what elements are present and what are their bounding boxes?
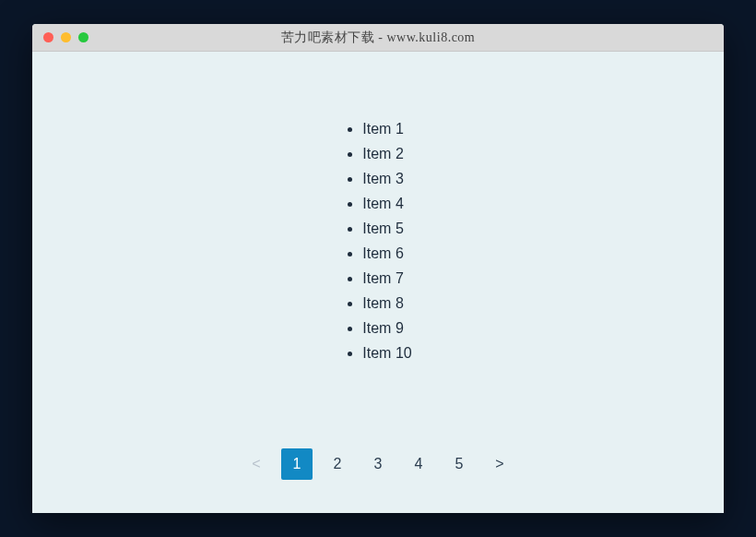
maximize-icon[interactable] [78, 32, 89, 42]
window-title: 苦力吧素材下载 - www.kuli8.com [32, 30, 724, 46]
content-area: Item 1 Item 2 Item 3 Item 4 Item 5 Item … [32, 52, 724, 513]
list-item: Item 9 [362, 316, 411, 340]
app-window: 苦力吧素材下载 - www.kuli8.com Item 1 Item 2 It… [32, 24, 724, 513]
list-item: Item 7 [362, 266, 411, 291]
page-button-5[interactable]: 5 [443, 448, 475, 480]
list-wrap: Item 1 Item 2 Item 3 Item 4 Item 5 Item … [69, 116, 687, 365]
list-item: Item 10 [362, 340, 411, 365]
list-item: Item 8 [362, 291, 411, 316]
page-button-4[interactable]: 4 [403, 448, 434, 480]
next-page-button[interactable]: > [484, 448, 515, 480]
list-item: Item 4 [362, 191, 411, 216]
list-item: Item 3 [362, 166, 411, 191]
item-list: Item 1 Item 2 Item 3 Item 4 Item 5 Item … [344, 116, 411, 365]
page-button-2[interactable]: 2 [322, 448, 353, 480]
traffic-lights [32, 32, 89, 42]
page-button-1[interactable]: 1 [281, 448, 313, 480]
list-item: Item 1 [362, 116, 411, 141]
list-item: Item 2 [362, 141, 411, 166]
close-icon[interactable] [43, 32, 53, 42]
titlebar: 苦力吧素材下载 - www.kuli8.com [32, 24, 724, 52]
list-item: Item 5 [362, 216, 411, 241]
page-button-3[interactable]: 3 [362, 448, 394, 480]
list-item: Item 6 [362, 241, 411, 266]
prev-page-button[interactable]: < [241, 448, 272, 480]
pagination: < 1 2 3 4 5 > [69, 448, 687, 485]
minimize-icon[interactable] [61, 32, 71, 42]
